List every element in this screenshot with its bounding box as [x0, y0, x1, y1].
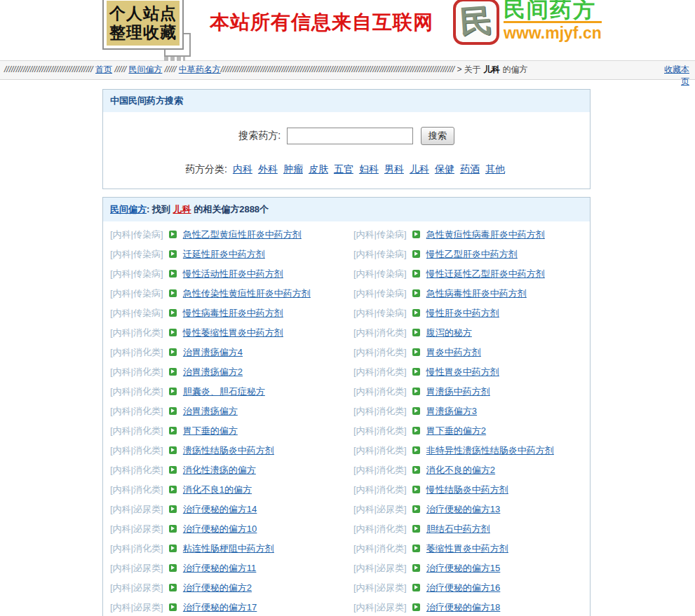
remedy-link[interactable]: 急性病毒性肝炎中药方剂 — [426, 288, 527, 299]
results-header-mid: : 找到 — [147, 204, 173, 214]
green-arrow-bullet-icon — [412, 603, 420, 611]
remedy-link[interactable]: 治胃溃疡偏方4 — [183, 347, 243, 357]
category-link[interactable]: 其他 — [485, 163, 505, 174]
list-item: [内科|消化类] 消化性溃疡的偏方 — [103, 460, 346, 480]
remedy-link[interactable]: 消化不良1的偏方 — [183, 484, 252, 495]
green-arrow-bullet-icon — [412, 250, 420, 258]
category-link[interactable]: 妇科 — [359, 163, 379, 174]
green-arrow-bullet-icon — [412, 545, 420, 552]
item-category-tag: [内科|消化类] — [353, 386, 407, 397]
remedy-link[interactable]: 慢性肝炎中药方剂 — [426, 308, 499, 318]
green-arrow-bullet-icon — [412, 309, 420, 317]
remedy-link[interactable]: 慢性病毒性肝炎中药方剂 — [183, 308, 283, 318]
remedy-link[interactable]: 急性乙型黄疸性肝炎中药方剂 — [183, 229, 302, 240]
logo-text: 民间药方 www.mjyf.cn — [504, 0, 602, 42]
item-category-tag: [内科|消化类] — [353, 327, 407, 338]
remedy-link[interactable]: 胆囊炎、胆石症秘方 — [183, 386, 265, 397]
nav-link-home[interactable]: 首页 — [95, 64, 112, 74]
remedy-link[interactable]: 治疗便秘的偏方2 — [183, 582, 252, 593]
remedy-link[interactable]: 慢性迁延性乙型肝炎中药方剂 — [426, 268, 545, 279]
remedy-link[interactable]: 慢性乙型肝炎中药方剂 — [426, 249, 518, 259]
remedy-link[interactable]: 腹泻的秘方 — [426, 327, 472, 338]
logo-seal-icon: 民 — [453, 0, 499, 45]
badge-line-1: 个人站点 — [109, 4, 177, 23]
category-link[interactable]: 保健 — [435, 163, 454, 174]
remedy-link[interactable]: 治疗便秘的偏方10 — [183, 523, 257, 534]
category-link[interactable]: 外科 — [258, 163, 278, 174]
remedy-link[interactable]: 治胃溃疡偏方2 — [183, 367, 243, 377]
personal-site-badge: 个人站点 整理收藏 — [102, 0, 184, 50]
results-keyword-link[interactable]: 儿科 — [173, 204, 191, 214]
item-category-tag: [内科|泌尿类] — [110, 582, 163, 593]
list-item: [内科|消化类] 胆结石中药方剂 — [346, 519, 590, 539]
remedy-link[interactable]: 迁延性肝炎中药方剂 — [183, 249, 265, 259]
green-arrow-bullet-icon — [412, 427, 420, 434]
category-link[interactable]: 内科 — [233, 163, 252, 174]
remedy-link[interactable]: 急性传染性黄疸性肝炎中药方剂 — [183, 288, 311, 299]
remedy-link[interactable]: 胃炎中药方剂 — [426, 347, 481, 357]
item-category-tag: [内科|传染病] — [110, 268, 163, 279]
logo-glyph: 民 — [459, 0, 494, 45]
item-category-tag: [内科|消化类] — [353, 465, 407, 475]
remedy-link[interactable]: 胃下垂的偏方 — [183, 425, 238, 436]
category-link[interactable]: 五官 — [334, 163, 353, 174]
remedy-link[interactable]: 胆结石中药方剂 — [426, 523, 490, 534]
remedy-link[interactable]: 治疗便秘的偏方17 — [183, 602, 257, 612]
list-item: [内科|传染病] 急性传染性黄疸性肝炎中药方剂 — [103, 284, 346, 303]
remedy-link[interactable]: 治疗便秘的偏方16 — [426, 582, 500, 593]
category-link[interactable]: 儿科 — [410, 163, 429, 174]
remedy-link[interactable]: 粘连性肠梗阻中药方剂 — [183, 543, 274, 554]
remedy-link[interactable]: 胃溃疡偏方3 — [426, 406, 477, 416]
list-item: [内科|消化类] 治胃溃疡偏方2 — [103, 362, 346, 382]
remedy-link[interactable]: 慢性结肠炎中药方剂 — [426, 484, 508, 495]
remedy-link[interactable]: 消化性溃疡的偏方 — [183, 465, 256, 475]
category-link[interactable]: 男科 — [384, 163, 404, 174]
category-link[interactable]: 药酒 — [460, 163, 480, 174]
results-header-link[interactable]: 民间偏方 — [110, 204, 147, 214]
list-item: [内科|消化类] 胆囊炎、胆石症秘方 — [103, 382, 346, 402]
bookmark-page-link[interactable]: 收藏本页 — [660, 64, 689, 88]
item-category-tag: [内科|消化类] — [110, 484, 163, 495]
search-input[interactable] — [287, 128, 413, 144]
remedy-link[interactable]: 胃下垂的偏方2 — [426, 425, 486, 436]
green-arrow-bullet-icon — [412, 466, 420, 474]
remedy-link[interactable]: 慢性胃炎中药方剂 — [426, 367, 499, 377]
item-category-tag: [内科|消化类] — [353, 445, 407, 456]
remedy-link[interactable]: 消化不良的偏方2 — [426, 465, 495, 475]
category-link[interactable]: 皮肤 — [309, 163, 328, 174]
remedy-link[interactable]: 治疗便秘的偏方14 — [183, 504, 257, 514]
list-item: [内科|泌尿类] 治疗便秘的偏方10 — [103, 519, 346, 539]
list-item: [内科|消化类] 粘连性肠梗阻中药方剂 — [103, 539, 346, 559]
remedy-link[interactable]: 萎缩性胃炎中药方剂 — [426, 543, 508, 554]
list-item: [内科|泌尿类] 治疗便秘的偏方13 — [346, 500, 590, 519]
remedy-link[interactable]: 慢性活动性肝炎中药方剂 — [183, 268, 283, 279]
green-arrow-bullet-icon — [169, 564, 177, 572]
remedy-link[interactable]: 治疗便秘的偏方18 — [426, 602, 500, 612]
list-item: [内科|消化类] 治胃溃疡偏方4 — [103, 343, 346, 362]
site-logo[interactable]: 民 民间药方 www.mjyf.cn — [453, 0, 602, 45]
list-item: [内科|传染病] 急性病毒性肝炎中药方剂 — [346, 284, 590, 303]
remedy-link[interactable]: 治疗便秘的偏方11 — [183, 563, 257, 573]
item-category-tag: [内科|消化类] — [110, 347, 163, 357]
search-button[interactable]: 搜索 — [421, 127, 454, 145]
nav-link-herbal-recipes[interactable]: 中草药名方 — [179, 64, 221, 74]
green-arrow-bullet-icon — [412, 231, 420, 238]
item-category-tag: [内科|消化类] — [110, 543, 163, 554]
list-item: [内科|传染病] 迁延性肝炎中药方剂 — [103, 245, 346, 264]
item-category-tag: [内科|泌尿类] — [353, 602, 407, 612]
remedy-link[interactable]: 急性黄疸性病毒肝炎中药方剂 — [426, 229, 545, 240]
remedy-link[interactable]: 胃溃疡中药方剂 — [426, 386, 490, 397]
remedy-link[interactable]: 治疗便秘的偏方15 — [426, 563, 500, 573]
item-category-tag: [内科|消化类] — [110, 367, 163, 377]
remedy-link[interactable]: 治疗便秘的偏方13 — [426, 504, 500, 514]
nav-slashes-left: ////////////////////////////////////// — [4, 64, 93, 74]
item-category-tag: [内科|泌尿类] — [353, 504, 407, 514]
remedy-link[interactable]: 治胃溃疡偏方 — [183, 406, 238, 416]
remedy-link[interactable]: 慢性萎缩性胃炎中药方剂 — [183, 327, 283, 338]
remedy-link[interactable]: 溃疡性结肠炎中药方剂 — [183, 445, 274, 456]
remedy-link[interactable]: 非特异性溃疡性结肠炎中药方剂 — [426, 445, 554, 456]
list-item: [内科|泌尿类] 治疗便秘的偏方14 — [103, 500, 346, 519]
category-links: 内科外科肿瘤皮肤五官妇科男科儿科保健药酒其他 — [230, 163, 508, 174]
nav-link-folk-remedies[interactable]: 民间偏方 — [128, 64, 162, 74]
category-link[interactable]: 肿瘤 — [283, 163, 303, 174]
